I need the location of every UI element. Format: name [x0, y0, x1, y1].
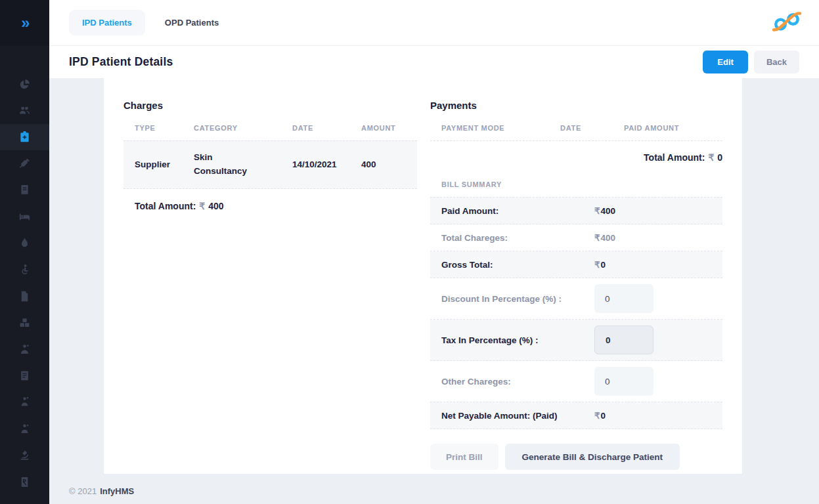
back-button[interactable]: Back — [754, 51, 799, 74]
charges-total-label: Total Amount: — [135, 201, 196, 211]
syringe-icon — [19, 158, 30, 169]
bill-row-value: ₹0 — [594, 410, 722, 421]
rupee-icon: ₹ — [708, 152, 714, 163]
bill-row-total-charges: Total Chareges: ₹400 — [430, 224, 722, 251]
document-icon — [19, 291, 30, 302]
tab-bar: IPD Patients OPD Patients — [69, 10, 232, 35]
sidebar-item-receptionists[interactable] — [0, 389, 49, 415]
charge-amount: 400 — [361, 159, 417, 169]
pie-chart-icon — [19, 79, 30, 90]
col-type: TYPE — [135, 124, 194, 132]
charges-table-row: Supplier Skin Consultancy 14/10/2021 400 — [123, 140, 417, 189]
sidebar-nav — [0, 71, 49, 495]
copyright-text: © 2021 — [69, 486, 97, 496]
amount-text: 0 — [601, 411, 606, 421]
bill-row-label: Discount In Percentage (%) : — [441, 294, 594, 304]
col-amount: AMOUNT — [361, 124, 417, 132]
bill-row-value: ₹400 — [594, 205, 722, 216]
bill-row-paid-amount: Paid Amount: ₹400 — [430, 198, 722, 224]
bill-row-label: Net Payable Amount: (Paid) — [441, 411, 594, 421]
col-payment-date: DATE — [560, 124, 624, 132]
sidebar-item-users[interactable] — [0, 97, 49, 123]
tab-opd-patients[interactable]: OPD Patients — [152, 10, 232, 35]
discount-percentage-input[interactable] — [594, 284, 653, 313]
print-bill-button[interactable]: Print Bill — [430, 444, 498, 470]
bill-row-tax: Tax In Percentage (%) : — [430, 320, 722, 361]
bill-summary: Paid Amount: ₹400 Total Chareges: ₹400 G… — [430, 197, 722, 429]
sidebar-item-beds[interactable] — [0, 203, 49, 230]
wheelchair-patient-icon — [19, 264, 30, 275]
amount-text: 0 — [601, 260, 606, 270]
rupee-icon: ₹ — [594, 260, 600, 270]
payments-title: Payments — [430, 100, 722, 111]
payments-total-label: Total Amount: — [644, 152, 705, 163]
bed-icon — [19, 211, 30, 222]
sidebar-item-prescriptions[interactable] — [0, 469, 49, 495]
double-chevron-right-icon[interactable]: » — [21, 15, 28, 31]
top-navbar: IPD Patients OPD Patients — [49, 0, 819, 46]
bill-row-label: Gross Total: — [441, 260, 594, 270]
bill-row-label: Tax In Percentage (%) : — [441, 335, 594, 345]
records-icon — [19, 370, 30, 381]
brand-name: InfyHMS — [100, 486, 134, 496]
rupee-icon: ₹ — [594, 411, 600, 421]
edit-button[interactable]: Edit — [703, 51, 748, 74]
bill-row-other-charges: Other Chareges: — [430, 361, 722, 402]
sidebar-item-staff[interactable] — [0, 415, 49, 442]
blood-drop-icon — [19, 238, 30, 249]
bill-row-net-payable: Net Payable Amount: (Paid) ₹0 — [430, 402, 722, 429]
header-actions: Edit Back — [703, 51, 799, 74]
charges-total: Total Amount:₹ 400 — [123, 201, 417, 211]
sidebar-item-medicines[interactable] — [0, 310, 49, 336]
payments-table-header: PAYMENT MODE DATE PAID AMOUNT — [430, 124, 722, 140]
sidebar-item-billing[interactable] — [0, 177, 49, 203]
sidebar-item-doctors[interactable] — [0, 336, 49, 362]
amount-text: 400 — [601, 233, 616, 243]
tab-ipd-patients[interactable]: IPD Patients — [69, 10, 145, 35]
payments-section: Payments PAYMENT MODE DATE PAID AMOUNT T… — [430, 100, 722, 470]
page-header: IPD Patient Details Edit Back — [49, 46, 819, 78]
amount-text: 400 — [601, 206, 616, 216]
sidebar-item-dashboard[interactable] — [0, 71, 49, 97]
sidebar-item-blood-bank[interactable] — [0, 230, 49, 256]
patient-board-icon — [19, 131, 30, 142]
charges-title: Charges — [123, 100, 417, 111]
microscope-icon — [19, 450, 30, 461]
prescription-icon — [19, 476, 30, 488]
sidebar-item-documents[interactable] — [0, 283, 49, 309]
sidebar-item-patients[interactable] — [0, 257, 49, 283]
bill-summary-label: BILL SUMMARY — [430, 180, 722, 188]
rupee-icon: ₹ — [594, 233, 600, 243]
rupee-icon: ₹ — [594, 206, 600, 216]
bill-row-label: Paid Amount: — [441, 206, 594, 216]
patient-details-card: Charges TYPE CATEGORY DATE AMOUNT Suppli… — [104, 78, 742, 474]
col-paid-amount: PAID AMOUNT — [624, 124, 722, 132]
sidebar-expand-area: » — [0, 0, 49, 46]
charges-section: Charges TYPE CATEGORY DATE AMOUNT Suppli… — [123, 100, 417, 211]
footer: © 2021InfyHMS — [69, 486, 134, 496]
sidebar-item-vaccination[interactable] — [0, 150, 49, 177]
infinity-logo — [772, 9, 802, 37]
bill-row-discount: Discount In Percentage (%) : — [430, 278, 722, 320]
content-area: Charges TYPE CATEGORY DATE AMOUNT Suppli… — [49, 78, 819, 504]
sidebar-item-pathology[interactable] — [0, 442, 49, 468]
sidebar-item-records[interactable] — [0, 362, 49, 388]
charge-date: 14/10/2021 — [292, 159, 361, 169]
col-payment-mode: PAYMENT MODE — [441, 124, 560, 132]
staff-icon — [19, 423, 30, 434]
payments-total: Total Amount:₹ 0 — [430, 141, 722, 173]
page-title: IPD Patient Details — [69, 55, 173, 69]
bill-row-value: ₹0 — [594, 259, 722, 270]
bill-row-label: Total Chareges: — [441, 233, 594, 243]
doctor-icon — [19, 344, 30, 355]
tax-percentage-input[interactable] — [594, 326, 653, 354]
generate-bill-discharge-button[interactable]: Generate Bill & Discharge Patient — [505, 444, 680, 470]
bill-row-value: ₹400 — [594, 232, 722, 243]
sidebar-item-ipd-patients[interactable] — [0, 124, 49, 150]
billing-icon — [19, 184, 30, 196]
receptionist-icon — [19, 396, 30, 408]
other-charges-input[interactable] — [594, 367, 653, 396]
payments-total-value: 0 — [717, 152, 722, 163]
users-icon — [19, 105, 30, 116]
charge-type: Supplier — [135, 159, 194, 169]
